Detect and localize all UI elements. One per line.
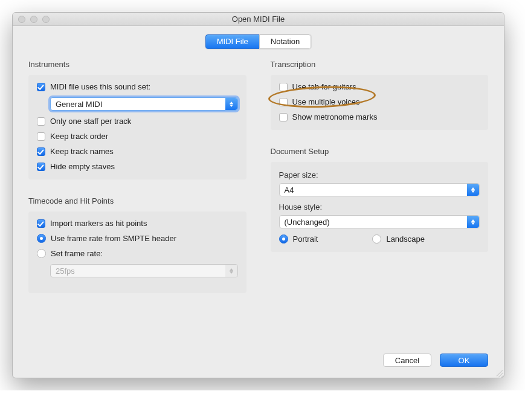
tab-notation[interactable]: Notation [259, 34, 311, 49]
radio-landscape[interactable]: Landscape [372, 234, 425, 244]
radio-icon [37, 234, 46, 243]
checkbox-keep-track-names[interactable]: Keep track names [37, 147, 238, 156]
check-icon [37, 147, 45, 156]
ok-button[interactable]: OK [440, 354, 488, 367]
checkbox-use-multiple-voices[interactable]: Use multiple voices [279, 97, 480, 106]
checkbox-label: MIDI file uses this sound set: [50, 82, 150, 91]
titlebar: Open MIDI File [13, 13, 504, 26]
close-window-button[interactable] [18, 16, 25, 23]
check-icon [279, 83, 288, 91]
radio-icon [372, 234, 381, 244]
checkbox-label: Show metronome marks [292, 112, 378, 121]
dialog-buttons: Cancel OK [25, 346, 492, 368]
group-transcription: Transcription Use tab for guitars Use mu… [267, 60, 492, 137]
window-controls [13, 16, 50, 23]
checkbox-label: Hide empty staves [50, 162, 115, 171]
checkbox-label: Keep track order [50, 132, 108, 141]
label-house-style: House style: [279, 202, 480, 212]
checkbox-label: Use tab for guitars [292, 82, 356, 91]
checkbox-use-tab-guitars[interactable]: Use tab for guitars [279, 82, 480, 91]
select-frame-rate: 25fps [50, 264, 238, 277]
checkbox-label: Keep track names [50, 147, 114, 156]
select-sound-set[interactable]: General MIDI [50, 97, 238, 111]
group-timecode: Timecode and Hit Points Import markers a… [25, 196, 250, 300]
check-icon [37, 163, 45, 171]
group-title-instruments: Instruments [28, 60, 246, 69]
radio-label: Portrait [293, 234, 318, 244]
checkbox-hide-empty-staves[interactable]: Hide empty staves [37, 162, 238, 171]
resize-handle[interactable] [494, 368, 503, 376]
updown-icon [225, 265, 237, 277]
checkbox-only-one-staff[interactable]: Only one staff per track [37, 117, 238, 126]
updown-icon [467, 216, 479, 228]
group-instruments: Instruments MIDI file uses this sound se… [25, 60, 250, 187]
radio-set-frame-rate[interactable]: Set frame rate: [37, 249, 238, 258]
radio-label: Landscape [386, 234, 425, 244]
radio-label: Use frame rate from SMPTE header [51, 234, 176, 243]
group-title-document-setup: Document Setup [271, 147, 489, 156]
checkbox-label: Use multiple voices [292, 97, 360, 106]
radio-use-smpte[interactable]: Use frame rate from SMPTE header [37, 234, 238, 243]
group-document-setup: Document Setup Paper size: A4 House styl… [267, 147, 492, 259]
check-icon [37, 83, 45, 91]
cancel-button[interactable]: Cancel [383, 354, 431, 367]
select-paper-size[interactable]: A4 [279, 183, 480, 196]
check-icon [279, 113, 288, 121]
zoom-window-button[interactable] [42, 16, 50, 23]
select-house-style[interactable]: (Unchanged) [279, 215, 480, 228]
checkbox-import-markers[interactable]: Import markers as hit points [37, 219, 238, 228]
tab-switcher: MIDI File Notation [25, 34, 492, 49]
checkbox-show-metronome-marks[interactable]: Show metronome marks [279, 112, 480, 121]
checkbox-keep-track-order[interactable]: Keep track order [37, 132, 238, 141]
updown-icon [225, 98, 237, 110]
select-value: General MIDI [56, 100, 102, 109]
checkbox-label: Only one staff per track [50, 117, 131, 126]
check-icon [37, 132, 45, 141]
radio-portrait[interactable]: Portrait [279, 234, 318, 244]
select-value: (Unchanged) [285, 218, 330, 227]
select-value: A4 [285, 186, 294, 195]
dialog-content: MIDI File Notation Instruments MIDI file… [13, 26, 504, 378]
select-value: 25fps [56, 267, 75, 276]
check-icon [279, 98, 288, 106]
minimize-window-button[interactable] [30, 16, 37, 23]
check-icon [37, 219, 45, 228]
updown-icon [467, 184, 479, 196]
label-paper-size: Paper size: [279, 170, 480, 179]
checkbox-uses-sound-set[interactable]: MIDI file uses this sound set: [37, 82, 238, 91]
check-icon [37, 117, 45, 126]
radio-label: Set frame rate: [51, 249, 103, 258]
group-title-timecode: Timecode and Hit Points [28, 196, 246, 205]
group-title-transcription: Transcription [271, 60, 489, 69]
dialog-window: Open MIDI File MIDI File Notation Instru… [12, 12, 504, 378]
checkbox-label: Import markers as hit points [50, 219, 147, 228]
radio-icon [279, 234, 288, 244]
radio-icon [37, 249, 46, 258]
tab-midi-file[interactable]: MIDI File [205, 34, 259, 49]
window-title: Open MIDI File [13, 15, 504, 24]
